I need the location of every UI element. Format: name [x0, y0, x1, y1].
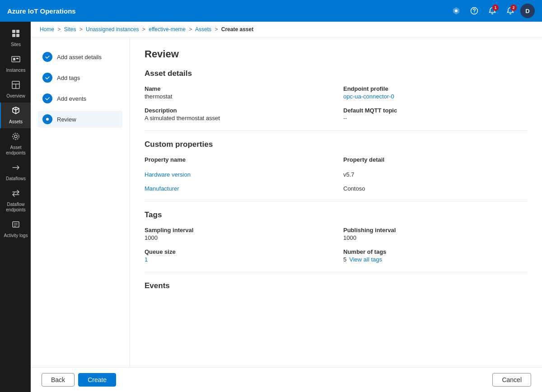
- top-navigation: Azure IoT Operations 1: [0, 0, 542, 22]
- svg-point-13: [13, 133, 19, 140]
- sidebar-item-dataflows[interactable]: Dataflows: [0, 159, 31, 185]
- name-item: Name thermostat: [145, 85, 329, 100]
- sidebar-label-overview: Overview: [6, 93, 25, 99]
- queue-size-label: Queue size: [145, 248, 329, 255]
- settings-button[interactable]: [448, 3, 464, 19]
- default-mqtt-topic-item: Default MQTT topic --: [343, 107, 528, 121]
- notifications-button-2[interactable]: 2: [502, 3, 519, 19]
- breadcrumb-assets[interactable]: Assets: [195, 26, 211, 33]
- name-label: Name: [145, 85, 329, 92]
- sidebar-item-overview[interactable]: Overview: [0, 77, 31, 103]
- publishing-interval-value: 1000: [343, 234, 528, 241]
- property-row-2: Manufacturer Contoso: [145, 185, 528, 192]
- svg-rect-3: [16, 30, 19, 33]
- step-circle-3: [42, 93, 52, 103]
- description-item: Description A simulated thermostat asset: [145, 107, 329, 121]
- step-review[interactable]: Review: [38, 111, 122, 128]
- notification-badge-1: 1: [492, 5, 499, 11]
- asset-endpoints-icon: [11, 132, 20, 143]
- breadcrumb-unassigned-instances[interactable]: Unassigned instances: [86, 26, 139, 33]
- breadcrumb-effective-meme[interactable]: effective-meme: [149, 26, 186, 33]
- user-avatar[interactable]: D: [520, 4, 535, 18]
- publishing-interval-item: Publishing interval 1000: [343, 227, 528, 241]
- svg-rect-4: [12, 34, 15, 37]
- back-button[interactable]: Back: [42, 373, 75, 387]
- divider-1: [145, 131, 528, 131]
- endpoint-profile-value[interactable]: opc-ua-connector-0: [343, 93, 528, 100]
- sampling-interval-label: Sampling interval: [145, 227, 329, 233]
- sites-icon: [11, 29, 20, 40]
- number-of-tags-value: 5: [343, 256, 346, 263]
- step-label-3: Add events: [57, 95, 86, 102]
- events-section-title: Events: [145, 281, 528, 290]
- sidebar-item-activity-logs[interactable]: Activity logs: [0, 216, 31, 242]
- sidebar-label-asset-endpoints: Asset endpoints: [3, 145, 29, 156]
- dataflow-endpoints-icon: [11, 189, 20, 200]
- property-name-col-header: Property name: [145, 156, 329, 163]
- view-all-tags-link[interactable]: View all tags: [349, 256, 382, 263]
- step-circle-2: [42, 73, 52, 83]
- review-panel: Review Asset details Name thermostat End…: [130, 37, 542, 367]
- custom-props-header: Property name Property detail: [145, 156, 528, 164]
- sidebar-item-asset-endpoints[interactable]: Asset endpoints: [0, 128, 31, 159]
- step-add-events[interactable]: Add events: [38, 90, 122, 107]
- cancel-button[interactable]: Cancel: [492, 373, 531, 387]
- sidebar-item-assets[interactable]: Assets: [0, 103, 31, 128]
- property-detail-col-header: Property detail: [343, 156, 528, 163]
- app-title: Azure IoT Operations: [7, 7, 443, 15]
- step-label-1: Add asset details: [57, 54, 102, 61]
- sidebar-label-activity-logs: Activity logs: [4, 233, 28, 238]
- tags-row-1: Sampling interval 1000 Publishing interv…: [145, 227, 528, 241]
- sampling-interval-item: Sampling interval 1000: [145, 227, 329, 241]
- step-label-2: Add tags: [57, 75, 80, 81]
- custom-properties-title: Custom properties: [145, 140, 528, 149]
- divider-3: [145, 272, 528, 272]
- asset-details-section-title: Asset details: [145, 69, 528, 78]
- sidebar-label-assets: Assets: [9, 119, 23, 125]
- publishing-interval-label: Publishing interval: [343, 227, 528, 233]
- tags-row-2: Queue size 1 Number of tags 5 View all t…: [145, 248, 528, 263]
- breadcrumb-home[interactable]: Home: [40, 26, 54, 33]
- name-value: thermostat: [145, 93, 329, 100]
- endpoint-profile-label: Endpoint profile: [343, 85, 528, 92]
- property-value-1: v5.7: [343, 171, 528, 178]
- sidebar: Sites Instances Overview Assets Asset en…: [0, 22, 31, 392]
- number-of-tags-label: Number of tags: [343, 248, 528, 255]
- sidebar-item-dataflow-endpoints[interactable]: Dataflow endpoints: [0, 185, 31, 216]
- step-circle-4: [42, 114, 52, 124]
- sidebar-item-sites[interactable]: Sites: [0, 25, 31, 51]
- number-of-tags-item: Number of tags 5 View all tags: [343, 248, 528, 263]
- breadcrumb-current: Create asset: [221, 26, 253, 33]
- page-title: Review: [145, 48, 528, 60]
- step-add-asset-details[interactable]: Add asset details: [38, 48, 122, 65]
- svg-point-18: [46, 118, 49, 121]
- queue-size-item: Queue size 1: [145, 248, 329, 263]
- assets-icon: [11, 106, 20, 117]
- divider-2: [145, 201, 528, 201]
- wizard-steps-panel: Add asset details Add tags Add events: [31, 37, 130, 367]
- default-mqtt-topic-value: --: [343, 115, 528, 121]
- events-content-placeholder: [145, 298, 528, 316]
- step-circle-1: [42, 52, 52, 62]
- svg-point-12: [14, 135, 17, 138]
- topnav-icons: 1 2 D: [448, 3, 535, 19]
- notifications-button-1[interactable]: 1: [484, 3, 500, 19]
- sidebar-label-dataflows: Dataflows: [6, 176, 26, 182]
- create-button[interactable]: Create: [78, 373, 116, 387]
- endpoint-profile-item: Endpoint profile opc-ua-connector-0: [343, 85, 528, 100]
- property-row-1: Hardware version v5.7: [145, 171, 528, 178]
- activity-logs-icon: [11, 220, 20, 231]
- svg-rect-8: [16, 58, 19, 59]
- breadcrumb-sites[interactable]: Sites: [64, 26, 76, 33]
- help-button[interactable]: [466, 3, 482, 19]
- step-add-tags[interactable]: Add tags: [38, 69, 122, 86]
- description-value: A simulated thermostat asset: [145, 115, 329, 121]
- sidebar-label-instances: Instances: [6, 68, 26, 73]
- overview-icon: [11, 80, 20, 92]
- svg-point-1: [474, 13, 475, 14]
- instances-icon: [11, 55, 20, 66]
- default-mqtt-topic-label: Default MQTT topic: [343, 107, 528, 114]
- svg-rect-2: [12, 30, 15, 33]
- sidebar-item-instances[interactable]: Instances: [0, 51, 31, 77]
- property-value-2: Contoso: [343, 185, 528, 192]
